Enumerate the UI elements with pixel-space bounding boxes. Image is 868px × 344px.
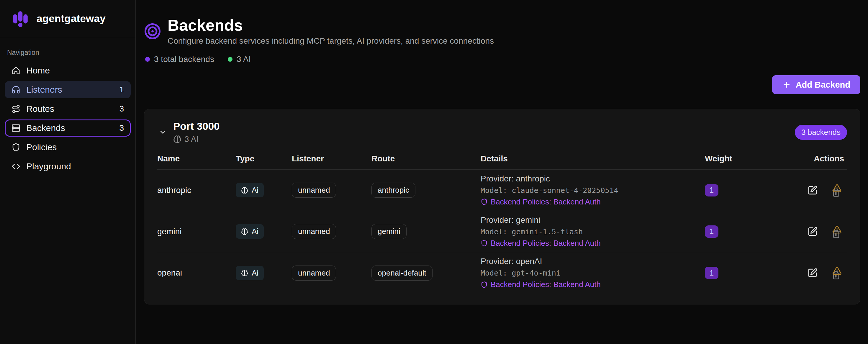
warning-triangle-icon	[832, 266, 842, 276]
headphones-icon	[11, 85, 20, 94]
type-badge: Ai	[236, 266, 264, 280]
delete-button[interactable]	[831, 266, 843, 280]
warning-triangle-icon	[832, 184, 842, 193]
main-content: Backends Configure backend services incl…	[136, 0, 868, 344]
toolbar: Add Backend	[144, 75, 860, 94]
backend-name: gemini	[157, 227, 236, 236]
page-subtitle: Configure backend services including MCP…	[167, 36, 494, 46]
edit-icon	[808, 268, 817, 278]
backend-policies-link[interactable]: Backend Policies: Backend Auth	[480, 280, 705, 289]
card-header: Port 3000 3 AI 3 backends	[157, 120, 847, 144]
table-row: anthropic Ai unnamed anthropic Provider:…	[157, 169, 847, 211]
edit-icon	[808, 226, 817, 237]
stat-label: 3 AI	[237, 55, 251, 64]
table-row: gemini Ai unnamed gemini Provider: gemin…	[157, 211, 847, 252]
listener-badge: unnamed	[292, 265, 336, 281]
brain-icon	[241, 269, 248, 276]
delete-button[interactable]	[831, 184, 843, 197]
backend-name: openai	[157, 268, 236, 278]
type-badge: Ai	[236, 224, 264, 239]
weight-badge: 1	[705, 267, 718, 279]
backend-policies-link[interactable]: Backend Policies: Backend Auth	[480, 239, 705, 248]
model-text: Model: gpt-4o-mini	[480, 269, 705, 277]
sidebar-item-label: Playground	[26, 161, 71, 171]
plus-icon	[782, 80, 791, 89]
shield-icon	[480, 198, 488, 205]
edit-button[interactable]	[808, 268, 817, 278]
details-cell: Provider: anthropic Model: claude-sonnet…	[480, 174, 705, 207]
nav-section-label: Navigation	[0, 38, 135, 62]
page-header: Backends Configure backend services incl…	[144, 17, 860, 46]
chevron-down-icon	[158, 128, 167, 136]
sidebar-item-label: Listeners	[26, 85, 62, 95]
shield-icon	[480, 240, 488, 247]
sidebar-item-backends[interactable]: Backends 3	[5, 120, 131, 136]
col-header-actions: Actions	[802, 154, 847, 163]
model-text: Model: gemini-1.5-flash	[480, 227, 705, 236]
add-backend-label: Add Backend	[796, 80, 850, 90]
route-badge: gemini	[371, 224, 407, 239]
sidebar: agentgateway Navigation Home Listeners 1…	[0, 0, 136, 344]
sidebar-item-count: 3	[119, 123, 124, 133]
shield-icon	[11, 143, 20, 152]
actions-cell	[802, 225, 847, 239]
col-header-type: Type	[236, 154, 292, 163]
backend-name: anthropic	[157, 186, 236, 195]
page-title: Backends	[167, 17, 494, 34]
brand[interactable]: agentgateway	[0, 0, 135, 38]
page-titles: Backends Configure backend services incl…	[167, 17, 494, 46]
backends-table: Name Type Listener Route Details Weight …	[157, 154, 847, 293]
home-icon	[11, 66, 20, 75]
server-icon	[11, 124, 20, 132]
shield-icon	[480, 281, 488, 288]
details-cell: Provider: gemini Model: gemini-1.5-flash…	[480, 215, 705, 248]
purple-dot-icon	[145, 57, 150, 62]
policies-label: Backend Policies: Backend Auth	[491, 280, 601, 289]
sidebar-item-policies[interactable]: Policies	[5, 139, 131, 156]
details-cell: Provider: openAI Model: gpt-4o-mini Back…	[480, 257, 705, 289]
col-header-route: Route	[371, 154, 480, 163]
edit-button[interactable]	[808, 226, 817, 237]
col-header-details: Details	[480, 154, 705, 163]
code-icon	[11, 162, 20, 171]
stat-total-backends: 3 total backends	[145, 55, 214, 64]
edit-button[interactable]	[808, 185, 817, 195]
nav: Home Listeners 1 Routes 3 Backends 3 Pol…	[0, 62, 135, 175]
sidebar-item-listeners[interactable]: Listeners 1	[5, 81, 131, 98]
card-title-block: Port 3000 3 AI	[173, 120, 220, 144]
edit-icon	[808, 185, 817, 195]
route-badge: openai-default	[371, 265, 433, 281]
route-badge: anthropic	[371, 183, 415, 198]
brain-icon	[241, 228, 248, 235]
sidebar-item-playground[interactable]: Playground	[5, 158, 131, 175]
delete-button[interactable]	[831, 225, 843, 239]
sidebar-item-label: Policies	[26, 142, 57, 152]
stats-row: 3 total backends 3 AI	[144, 55, 860, 64]
type-badge: Ai	[236, 183, 264, 197]
provider-text: Provider: anthropic	[480, 174, 705, 184]
provider-text: Provider: openAI	[480, 257, 705, 266]
policies-label: Backend Policies: Backend Auth	[491, 239, 601, 248]
table-header-row: Name Type Listener Route Details Weight …	[157, 154, 847, 169]
card-ai-count: 3 AI	[173, 134, 220, 144]
collapse-toggle[interactable]	[157, 127, 168, 138]
stat-ai: 3 AI	[228, 55, 251, 64]
green-dot-icon	[228, 57, 232, 62]
stat-label: 3 total backends	[154, 55, 214, 64]
brain-icon	[241, 187, 248, 194]
sidebar-item-home[interactable]: Home	[5, 62, 131, 79]
table-body: anthropic Ai unnamed anthropic Provider:…	[157, 169, 847, 293]
backend-count-badge[interactable]: 3 backends	[795, 125, 847, 140]
type-label: Ai	[252, 227, 258, 236]
table-row: openai Ai unnamed openai-default Provide…	[157, 252, 847, 293]
backend-policies-link[interactable]: Backend Policies: Backend Auth	[480, 197, 705, 207]
target-icon	[144, 23, 161, 40]
listener-badge: unnamed	[292, 183, 336, 198]
type-label: Ai	[252, 186, 258, 195]
actions-cell	[802, 266, 847, 280]
add-backend-button[interactable]: Add Backend	[772, 75, 860, 94]
sidebar-item-routes[interactable]: Routes 3	[5, 100, 131, 118]
weight-badge: 1	[705, 225, 718, 238]
brand-name: agentgateway	[37, 13, 105, 25]
sidebar-item-label: Routes	[26, 104, 54, 114]
